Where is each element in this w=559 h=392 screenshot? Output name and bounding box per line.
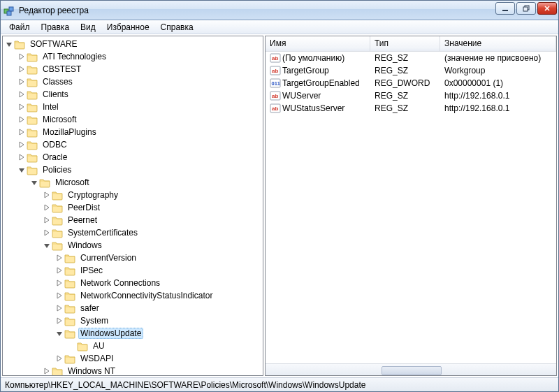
chevron-down-icon[interactable] bbox=[17, 165, 27, 175]
tree-node-ipsec[interactable]: IPSec bbox=[53, 264, 263, 277]
chevron-right-icon[interactable] bbox=[42, 228, 52, 238]
tree-node-currentversion[interactable]: CurrentVersion bbox=[53, 252, 263, 264]
tree-node-cbstest[interactable]: CBSTEST bbox=[15, 63, 263, 75]
tree-node-odbc[interactable]: ODBC bbox=[15, 138, 263, 151]
list-row[interactable]: WUServerREG_SZhttp://192.168.0.1 bbox=[266, 89, 556, 102]
chevron-right-icon[interactable] bbox=[42, 190, 52, 200]
value-type: REG_SZ bbox=[370, 65, 440, 76]
folder-icon bbox=[52, 227, 63, 238]
chevron-right-icon[interactable] bbox=[55, 278, 64, 288]
chevron-right-icon[interactable] bbox=[55, 266, 64, 275]
chevron-right-icon[interactable] bbox=[17, 102, 27, 112]
tree-node-system[interactable]: System bbox=[53, 314, 263, 327]
menu-edit[interactable]: Правка bbox=[36, 21, 75, 34]
tree-node-software[interactable]: SOFTWARE bbox=[3, 38, 263, 50]
chevron-right-icon[interactable] bbox=[55, 303, 64, 313]
chevron-right-icon[interactable] bbox=[55, 253, 64, 263]
tree-node-windowsupdate[interactable]: WindowsUpdate bbox=[53, 327, 263, 340]
window-title: Редактор реестра bbox=[19, 6, 89, 15]
close-button[interactable] bbox=[537, 2, 557, 15]
chevron-right-icon[interactable] bbox=[55, 291, 64, 300]
folder-icon bbox=[52, 189, 63, 201]
chevron-down-icon[interactable] bbox=[4, 39, 14, 49]
svg-rect-7 bbox=[502, 10, 508, 11]
value-name: (По умолчанию) bbox=[282, 53, 344, 63]
tree-node-ncsi[interactable]: NetworkConnectivityStatusIndicator bbox=[53, 289, 263, 302]
chevron-right-icon[interactable] bbox=[55, 316, 64, 326]
chevron-down-icon[interactable] bbox=[42, 240, 52, 250]
list-body[interactable]: (По умолчанию)REG_SZ(значение не присвое… bbox=[266, 52, 556, 363]
chevron-right-icon[interactable] bbox=[42, 215, 52, 225]
menu-help[interactable]: Справка bbox=[155, 21, 199, 34]
tree-node-peernet[interactable]: Peernet bbox=[41, 214, 263, 226]
tree-node-windows[interactable]: Windows bbox=[41, 239, 263, 252]
tree-node-oracle[interactable]: Oracle bbox=[15, 151, 263, 164]
folder-icon bbox=[52, 365, 63, 376]
folder-icon bbox=[64, 353, 75, 364]
tree-node-netconn[interactable]: Network Connections bbox=[53, 277, 263, 289]
tree-node-ati[interactable]: ATI Technologies bbox=[15, 50, 263, 63]
tree-node-wsdapi[interactable]: WSDAPI bbox=[53, 352, 263, 365]
menu-file[interactable]: Файл bbox=[3, 21, 36, 34]
main-split: SOFTWARE ATI Technologies CBSTEST Classe… bbox=[1, 34, 558, 377]
list-row[interactable]: (По умолчанию)REG_SZ(значение не присвое… bbox=[266, 52, 556, 64]
tree-node-microsoft-top[interactable]: Microsoft bbox=[15, 113, 263, 126]
chevron-right-icon[interactable] bbox=[17, 89, 27, 99]
tree-node-cryptography[interactable]: Cryptography bbox=[41, 189, 263, 201]
folder-icon bbox=[64, 265, 75, 276]
tree-node-classes[interactable]: Classes bbox=[15, 75, 263, 88]
chevron-right-icon[interactable] bbox=[17, 115, 27, 124]
tree-node-policies[interactable]: Policies bbox=[15, 164, 263, 176]
maximize-button[interactable] bbox=[516, 2, 536, 15]
value-data: http://192.168.0.1 bbox=[440, 103, 556, 114]
chevron-right-icon[interactable] bbox=[17, 52, 27, 61]
chevron-right-icon[interactable] bbox=[42, 203, 52, 212]
minimize-button[interactable] bbox=[495, 2, 515, 15]
column-header-value[interactable]: Значение bbox=[440, 36, 556, 51]
folder-icon bbox=[64, 315, 75, 326]
value-type: REG_SZ bbox=[370, 90, 440, 101]
tree-node-windowsnt[interactable]: Windows NT bbox=[41, 365, 263, 376]
chevron-down-icon[interactable] bbox=[29, 177, 39, 187]
tree-node-au[interactable]: AU bbox=[66, 340, 263, 352]
list-row[interactable]: TargetGroupREG_SZWorkgroup bbox=[266, 64, 556, 77]
tree-node-safer[interactable]: safer bbox=[53, 302, 263, 314]
chevron-right-icon[interactable] bbox=[17, 127, 27, 137]
chevron-right-icon[interactable] bbox=[17, 77, 27, 87]
folder-icon bbox=[27, 114, 38, 125]
chevron-right-icon[interactable] bbox=[17, 140, 27, 150]
chevron-right-icon[interactable] bbox=[17, 64, 27, 74]
list-row[interactable]: WUStatusServerREG_SZhttp://192.168.0.1 bbox=[266, 102, 556, 115]
values-panel: Имя Тип Значение (По умолчанию)REG_SZ(зн… bbox=[265, 36, 557, 376]
svg-rect-9 bbox=[523, 7, 528, 11]
string-value-icon bbox=[270, 90, 281, 101]
tree-node-clients[interactable]: Clients bbox=[15, 88, 263, 101]
chevron-right-icon[interactable] bbox=[55, 354, 64, 363]
chevron-down-icon[interactable] bbox=[55, 328, 64, 338]
string-value-icon bbox=[270, 52, 281, 64]
list-row[interactable]: TargetGroupEnabledREG_DWORD0x00000001 (1… bbox=[266, 77, 556, 89]
tree-node-mozilla[interactable]: MozillaPlugins bbox=[15, 126, 263, 138]
value-name: TargetGroup bbox=[282, 66, 329, 75]
tree-node-systemcerts[interactable]: SystemCertificates bbox=[41, 226, 263, 239]
menu-view[interactable]: Вид bbox=[75, 21, 101, 34]
menu-favorites[interactable]: Избранное bbox=[101, 21, 155, 34]
string-value-icon bbox=[270, 103, 281, 114]
horizontal-scrollbar[interactable] bbox=[266, 363, 556, 375]
tree-panel[interactable]: SOFTWARE ATI Technologies CBSTEST Classe… bbox=[2, 36, 263, 376]
chevron-right-icon[interactable] bbox=[42, 366, 52, 376]
folder-icon bbox=[27, 89, 38, 100]
value-data: 0x00000001 (1) bbox=[440, 78, 556, 89]
folder-icon bbox=[64, 290, 75, 301]
value-type: REG_SZ bbox=[370, 103, 440, 114]
folder-icon bbox=[27, 51, 38, 62]
column-header-name[interactable]: Имя bbox=[266, 36, 370, 51]
chevron-right-icon[interactable] bbox=[17, 152, 27, 162]
column-header-type[interactable]: Тип bbox=[370, 36, 440, 51]
tree-node-policies-microsoft[interactable]: Microsoft bbox=[28, 176, 263, 189]
menubar: Файл Правка Вид Избранное Справка bbox=[1, 20, 558, 34]
tree-label: SOFTWARE bbox=[28, 38, 80, 50]
folder-icon bbox=[64, 252, 75, 263]
tree-node-peerdist[interactable]: PeerDist bbox=[41, 201, 263, 214]
tree-node-intel[interactable]: Intel bbox=[15, 101, 263, 113]
